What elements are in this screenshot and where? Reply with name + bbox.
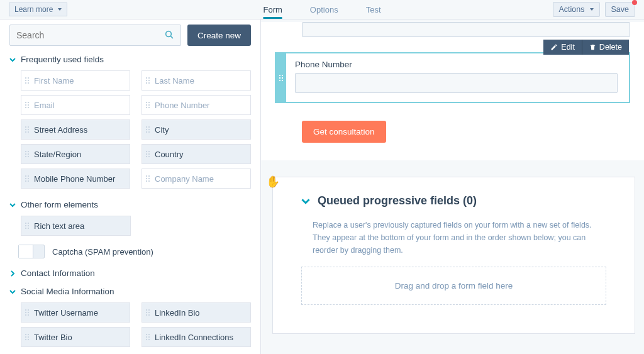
drag-handle-icon xyxy=(25,77,29,84)
field-phone-number[interactable]: Phone Number xyxy=(142,95,251,115)
selected-field-input[interactable] xyxy=(295,73,618,93)
fields-panel: Create new Frequently used fields First … xyxy=(0,19,261,354)
save-button[interactable]: Save xyxy=(605,2,636,17)
drag-handle-icon xyxy=(146,309,150,316)
pencil-icon xyxy=(550,43,558,51)
field-rich-text-area[interactable]: Rich text area xyxy=(21,216,131,236)
section-other-header[interactable]: Other form elements xyxy=(9,200,251,209)
frequent-fields-grid: First Name Last Name Email Phone Number … xyxy=(21,70,251,189)
actions-button[interactable]: Actions xyxy=(553,2,600,17)
field-twitter-username[interactable]: Twitter Username xyxy=(21,302,130,323)
search-input[interactable] xyxy=(16,30,164,40)
drag-handle-icon xyxy=(25,151,29,157)
search-icon xyxy=(164,30,174,41)
section-contact-title: Contact Information xyxy=(21,268,95,278)
queued-description: Replace a user's previously captured fie… xyxy=(313,219,606,257)
field-first-name[interactable]: First Name xyxy=(21,70,130,91)
queued-progressive-panel: Queued progressive fields (0) Replace a … xyxy=(272,177,635,334)
chevron-down-icon xyxy=(9,202,16,208)
trash-icon xyxy=(589,43,596,51)
create-new-button[interactable]: Create new xyxy=(187,25,251,46)
drag-handle-icon xyxy=(146,175,150,182)
field-linkedin-bio[interactable]: LinkedIn Bio xyxy=(142,302,251,323)
field-linkedin-connections[interactable]: LinkedIn Connections xyxy=(142,327,251,347)
learn-more-label: Learn more xyxy=(14,5,53,14)
drag-handle-icon xyxy=(25,309,29,316)
drag-handle-icon xyxy=(146,77,150,84)
queued-title: Queued progressive fields (0) xyxy=(318,194,477,207)
field-company-name[interactable]: Company Name xyxy=(142,169,251,189)
top-bar-right: Actions Save xyxy=(553,2,636,17)
search-field-box[interactable] xyxy=(9,25,181,46)
top-tabs: Form Options Test xyxy=(264,0,381,19)
chevron-down-icon xyxy=(9,57,16,63)
chevron-down-icon xyxy=(301,197,310,206)
unsaved-indicator-icon xyxy=(632,0,637,5)
field-mobile-phone-number[interactable]: Mobile Phone Number xyxy=(21,169,130,189)
drag-handle-icon xyxy=(25,223,29,229)
captcha-label: Captcha (SPAM prevention) xyxy=(52,247,153,257)
drag-handle-icon xyxy=(25,102,29,108)
field-state-region[interactable]: State/Region xyxy=(21,144,130,164)
chevron-right-icon xyxy=(9,270,16,277)
form-canvas: Edit Delete Phone Number xyxy=(261,19,644,354)
tab-form[interactable]: Form xyxy=(264,0,282,19)
svg-point-0 xyxy=(166,31,172,36)
drag-handle-icon xyxy=(146,126,150,133)
field-last-name[interactable]: Last Name xyxy=(142,70,251,91)
social-fields-grid: Twitter Username LinkedIn Bio Twitter Bi… xyxy=(21,302,251,347)
submit-button[interactable]: Get consultation xyxy=(302,121,386,143)
queued-header-toggle[interactable]: Queued progressive fields (0) xyxy=(301,194,606,207)
delete-field-button[interactable]: Delete xyxy=(582,40,629,55)
section-contact-header[interactable]: Contact Information xyxy=(9,268,251,278)
field-city[interactable]: City xyxy=(142,119,251,140)
section-other-title: Other form elements xyxy=(21,200,98,209)
field-action-bar: Edit Delete xyxy=(543,40,629,55)
field-email[interactable]: Email xyxy=(21,95,130,115)
drag-handle-icon xyxy=(146,334,150,340)
field-country[interactable]: Country xyxy=(142,144,251,164)
captcha-toggle[interactable] xyxy=(18,245,45,258)
section-frequent-title: Frequently used fields xyxy=(21,55,104,64)
tab-options[interactable]: Options xyxy=(310,0,338,19)
field-drag-handle[interactable] xyxy=(276,53,286,102)
form-preview: Edit Delete Phone Number xyxy=(261,22,644,160)
tab-test[interactable]: Test xyxy=(366,0,381,19)
drag-handle-icon xyxy=(25,175,29,182)
drag-handle-icon xyxy=(146,151,150,157)
learn-more-button[interactable]: Learn more xyxy=(9,3,67,16)
chevron-down-icon xyxy=(9,289,16,295)
field-street-address[interactable]: Street Address xyxy=(21,119,130,140)
svg-line-1 xyxy=(170,36,173,38)
edit-field-button[interactable]: Edit xyxy=(543,40,582,55)
drag-handle-icon xyxy=(146,102,150,108)
queued-drop-zone[interactable]: Drag and drop a form field here xyxy=(301,267,606,305)
top-bar: Learn more Form Options Test Actions Sav… xyxy=(0,0,644,19)
previous-field-input[interactable] xyxy=(302,22,630,37)
drag-handle-icon xyxy=(25,334,29,340)
section-social-header[interactable]: Social Media Information xyxy=(9,287,251,296)
selected-field-label: Phone Number xyxy=(295,60,618,69)
section-social-title: Social Media Information xyxy=(21,287,114,296)
section-frequent-header[interactable]: Frequently used fields xyxy=(9,55,251,64)
drag-handle-icon xyxy=(279,75,283,81)
field-twitter-bio[interactable]: Twitter Bio xyxy=(21,327,130,347)
actions-label: Actions xyxy=(559,5,585,14)
drag-handle-icon xyxy=(25,126,29,133)
selected-field-block[interactable]: Phone Number xyxy=(275,52,630,103)
